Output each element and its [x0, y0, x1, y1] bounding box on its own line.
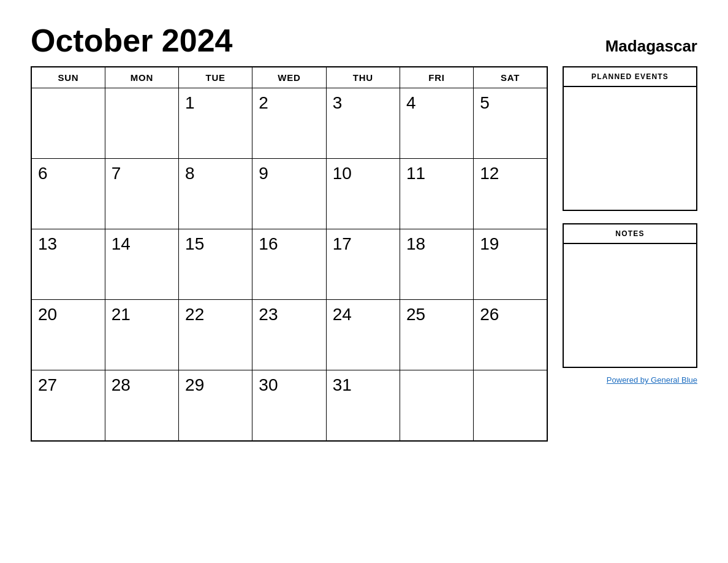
calendar-day-cell [105, 88, 178, 159]
calendar-day-cell: 10 [326, 159, 400, 229]
col-sun: SUN [31, 67, 105, 88]
calendar-day-cell: 9 [252, 159, 326, 229]
calendar-week-row: 6789101112 [31, 159, 547, 229]
calendar-day-cell: 22 [179, 300, 252, 370]
calendar-day-cell: 17 [326, 229, 400, 300]
notes-box: NOTES [563, 223, 697, 368]
calendar-day-cell: 8 [179, 159, 252, 229]
calendar-day-cell: 2 [252, 88, 326, 159]
calendar-day-cell: 23 [252, 300, 326, 370]
col-tue: TUE [179, 67, 252, 88]
calendar-day-cell: 1 [179, 88, 252, 159]
notes-body [564, 244, 696, 367]
calendar-day-cell: 30 [252, 370, 326, 441]
planned-events-body [564, 87, 696, 210]
calendar-day-cell [31, 88, 105, 159]
planned-events-box: PLANNED EVENTS [563, 66, 697, 211]
calendar-day-cell: 20 [31, 300, 105, 370]
calendar-day-cell [474, 370, 547, 441]
calendar-header-row: SUN MON TUE WED THU FRI SAT [31, 67, 547, 88]
col-thu: THU [326, 67, 400, 88]
calendar-day-cell: 29 [179, 370, 252, 441]
col-mon: MON [105, 67, 178, 88]
calendar-day-cell: 18 [400, 229, 473, 300]
col-sat: SAT [474, 67, 547, 88]
calendar-day-cell: 12 [474, 159, 547, 229]
calendar-day-cell: 24 [326, 300, 400, 370]
main-layout: SUN MON TUE WED THU FRI SAT 123456789101… [31, 66, 697, 442]
calendar-day-cell: 21 [105, 300, 178, 370]
calendar-day-cell: 14 [105, 229, 178, 300]
calendar-day-cell [400, 370, 473, 441]
notes-header: NOTES [564, 224, 696, 244]
calendar-day-cell: 19 [474, 229, 547, 300]
calendar-day-cell: 7 [105, 159, 178, 229]
calendar-week-row: 13141516171819 [31, 229, 547, 300]
calendar-day-cell: 3 [326, 88, 400, 159]
calendar-day-cell: 13 [31, 229, 105, 300]
calendar-day-cell: 27 [31, 370, 105, 441]
calendar-day-cell: 5 [474, 88, 547, 159]
sidebar: PLANNED EVENTS NOTES Powered by General … [563, 66, 697, 385]
powered-by-section: Powered by General Blue [563, 375, 697, 385]
calendar-week-row: 2728293031 [31, 370, 547, 441]
page-header: October 2024 Madagascar [31, 25, 697, 56]
calendar-day-cell: 15 [179, 229, 252, 300]
calendar-day-cell: 26 [474, 300, 547, 370]
powered-by-link[interactable]: Powered by General Blue [607, 375, 697, 385]
calendar-day-cell: 6 [31, 159, 105, 229]
country-title: Madagascar [605, 38, 697, 56]
col-wed: WED [252, 67, 326, 88]
calendar-day-cell: 11 [400, 159, 473, 229]
col-fri: FRI [400, 67, 473, 88]
calendar-day-cell: 25 [400, 300, 473, 370]
calendar-day-cell: 16 [252, 229, 326, 300]
calendar-day-cell: 31 [326, 370, 400, 441]
calendar-day-cell: 28 [105, 370, 178, 441]
planned-events-header: PLANNED EVENTS [564, 67, 696, 87]
month-title: October 2024 [31, 25, 233, 56]
calendar-day-cell: 4 [400, 88, 473, 159]
calendar-grid: SUN MON TUE WED THU FRI SAT 123456789101… [31, 66, 548, 442]
calendar-week-row: 20212223242526 [31, 300, 547, 370]
calendar-week-row: 12345 [31, 88, 547, 159]
